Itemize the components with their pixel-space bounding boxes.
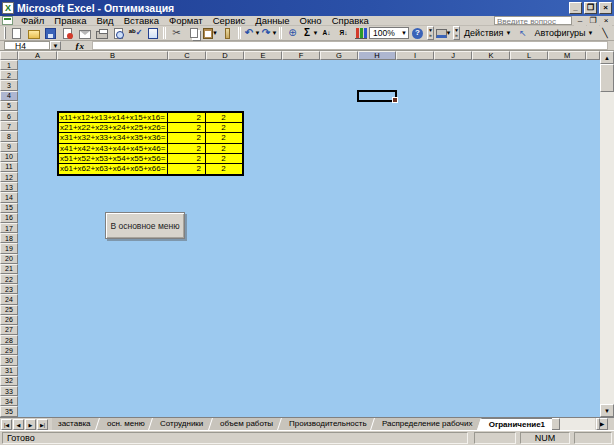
column-header-G[interactable]: G xyxy=(320,51,358,60)
research-button[interactable] xyxy=(144,26,161,40)
constraint-formula-cell[interactable]: x51+x52+x53+x54+x55+x56= xyxy=(59,154,168,163)
menu-item-Данные[interactable]: Данные xyxy=(250,16,294,26)
menu-item-Правка[interactable]: Правка xyxy=(49,16,91,26)
constraint-formula-cell[interactable]: x21+x22+x23+x24+x25+x26= xyxy=(59,123,168,132)
undo-button[interactable]: ↶▼ xyxy=(243,26,260,40)
menu-item-Вид[interactable]: Вид xyxy=(91,16,118,26)
row-header-28[interactable]: 28 xyxy=(0,335,18,345)
toolbar-options-button-2[interactable]: ▼» xyxy=(453,26,460,40)
autoshapes-menu-button[interactable]: Автофигуры ▼ xyxy=(531,28,596,38)
tab-scroll-last-button[interactable]: ▶| xyxy=(37,419,48,430)
chart-wizard-button[interactable] xyxy=(352,26,369,40)
row-header-12[interactable]: 12 xyxy=(0,172,18,182)
print-preview-button[interactable] xyxy=(110,26,127,40)
menu-item-Окно[interactable]: Окно xyxy=(295,16,327,26)
column-header-A[interactable]: A xyxy=(18,51,57,60)
row-header-33[interactable]: 33 xyxy=(0,386,18,396)
row-header-32[interactable]: 32 xyxy=(0,376,18,386)
row-header-30[interactable]: 30 xyxy=(0,355,18,365)
constraint-value-cell-c[interactable]: 2 xyxy=(168,133,206,142)
minimize-button[interactable]: _ xyxy=(569,2,582,14)
constraint-value-cell-c[interactable]: 2 xyxy=(168,154,206,163)
column-header-H[interactable]: H xyxy=(358,51,396,60)
redo-button[interactable]: ↷▼ xyxy=(260,26,277,40)
vertical-scroll-thumb[interactable] xyxy=(600,64,614,92)
column-header-M[interactable]: M xyxy=(548,51,586,60)
constraint-value-cell-d[interactable]: 2 xyxy=(206,113,241,122)
new-document-button[interactable] xyxy=(8,26,25,40)
tab-scroll-prev-button[interactable]: ◀ xyxy=(13,419,24,430)
row-header-3[interactable]: 3 xyxy=(0,80,18,90)
select-all-corner[interactable] xyxy=(0,51,18,60)
row-header-20[interactable]: 20 xyxy=(0,254,18,264)
row-header-8[interactable]: 8 xyxy=(0,131,18,141)
row-header-2[interactable]: 2 xyxy=(0,70,18,80)
toolbar-options-button[interactable]: ▼» xyxy=(427,26,434,40)
constraint-formula-cell[interactable]: x31+x32+x33+x34+x35+x36= xyxy=(59,133,168,142)
insert-function-button[interactable]: ƒx xyxy=(75,41,84,51)
row-header-25[interactable]: 25 xyxy=(0,305,18,315)
sheet-tab-Производительность[interactable]: Производительность xyxy=(277,418,379,430)
vertical-scrollbar[interactable]: ▲ ▼ xyxy=(600,51,614,417)
doc-minimize-button[interactable]: – xyxy=(574,16,586,26)
email-button[interactable] xyxy=(76,26,93,40)
sort-ascending-button[interactable]: А↓ xyxy=(318,26,335,40)
name-box[interactable]: H4 xyxy=(4,41,50,50)
menu-item-Файл[interactable]: Файл xyxy=(16,16,49,26)
sheet-tab-объем работы[interactable]: объем работы xyxy=(208,418,285,430)
close-button[interactable]: × xyxy=(599,2,612,14)
constraint-formula-cell[interactable]: x11+x12+x13+x14+x15+x16= xyxy=(59,113,168,122)
scroll-up-button[interactable]: ▲ xyxy=(600,51,614,64)
doc-restore-button[interactable]: ❐ xyxy=(587,16,599,26)
ask-question-input[interactable] xyxy=(495,18,571,25)
tab-scroll-next-button[interactable]: ▶ xyxy=(25,419,36,430)
constraint-formula-cell[interactable]: x41+x42+x43+x44+x45+x46= xyxy=(59,144,168,153)
ask-question-box[interactable] xyxy=(494,16,572,25)
row-header-15[interactable]: 15 xyxy=(0,203,18,213)
row-header-26[interactable]: 26 xyxy=(0,315,18,325)
constraint-value-cell-c[interactable]: 2 xyxy=(168,123,206,132)
select-objects-button[interactable]: ↖ xyxy=(514,26,531,40)
sheet-tab-Ограничение1[interactable]: Ограничение1 xyxy=(477,418,552,430)
row-header-18[interactable]: 18 xyxy=(0,233,18,243)
column-header-E[interactable]: E xyxy=(244,51,282,60)
row-header-7[interactable]: 7 xyxy=(0,121,18,131)
row-header-6[interactable]: 6 xyxy=(0,111,18,121)
row-header-22[interactable]: 22 xyxy=(0,274,18,284)
row-header-1[interactable]: 1 xyxy=(0,60,18,70)
draw-menu-button[interactable]: Действия ▼ xyxy=(461,28,514,38)
row-header-23[interactable]: 23 xyxy=(0,284,18,294)
spelling-button[interactable]: ✓ xyxy=(127,26,144,40)
constraint-row-11[interactable]: x61+x62+x63+x64+x65+x66=22 xyxy=(59,164,242,174)
format-painter-button[interactable] xyxy=(219,26,236,40)
paste-button[interactable]: ▼ xyxy=(202,26,219,40)
menu-item-Формат[interactable]: Формат xyxy=(164,16,208,26)
name-box-dropdown[interactable]: ▼ xyxy=(50,41,61,50)
fill-color-button[interactable]: ▼ xyxy=(435,26,452,40)
constraint-row-7[interactable]: x21+x22+x23+x24+x25+x26=22 xyxy=(59,123,242,133)
row-header-27[interactable]: 27 xyxy=(0,325,18,335)
row-header-21[interactable]: 21 xyxy=(0,264,18,274)
column-header-I[interactable]: I xyxy=(396,51,434,60)
constraint-row-10[interactable]: x51+x52+x53+x54+x55+x56=22 xyxy=(59,154,242,164)
row-header-4[interactable]: 4 xyxy=(0,91,18,101)
sheet-tab-Распределение рабочих[interactable]: Распределение рабочих xyxy=(370,418,484,430)
constraint-row-8[interactable]: x31+x32+x33+x34+x35+x36=22 xyxy=(59,133,242,143)
row-header-19[interactable]: 19 xyxy=(0,243,18,253)
doc-close-button[interactable]: × xyxy=(600,16,612,26)
tab-split-handle[interactable] xyxy=(596,418,600,430)
menu-item-Сервис[interactable]: Сервис xyxy=(208,16,251,26)
row-header-17[interactable]: 17 xyxy=(0,223,18,233)
permission-button[interactable] xyxy=(59,26,76,40)
worksheet-grid[interactable]: 1234567891011121314151617181920212223242… xyxy=(0,60,600,417)
print-button[interactable] xyxy=(93,26,110,40)
save-button[interactable] xyxy=(42,26,59,40)
restore-button[interactable]: ❐ xyxy=(584,2,597,14)
row-header-13[interactable]: 13 xyxy=(0,182,18,192)
row-header-16[interactable]: 16 xyxy=(0,213,18,223)
draw-line-button[interactable]: ╲ xyxy=(597,26,614,40)
column-header-D[interactable]: D xyxy=(206,51,244,60)
autosum-button[interactable]: Σ▼ xyxy=(301,26,318,40)
copy-button[interactable] xyxy=(185,26,202,40)
tab-scroll-first-button[interactable]: |◀ xyxy=(1,419,12,430)
